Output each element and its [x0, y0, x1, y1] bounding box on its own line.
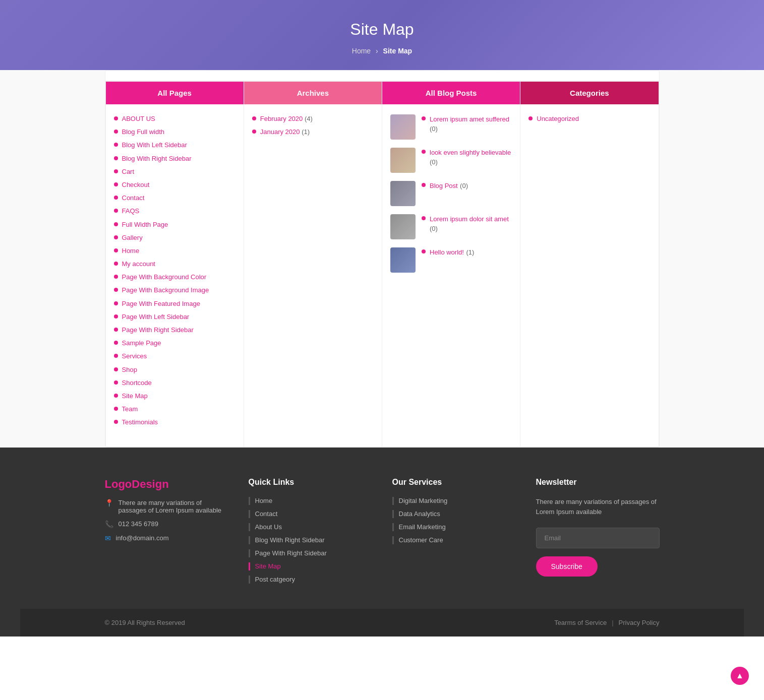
- archive-count: (1): [302, 128, 310, 136]
- footer-address: 📍 There are many variations of passages …: [105, 499, 228, 514]
- tab-item-3[interactable]: [146, 71, 166, 82]
- page-link[interactable]: Site Map: [122, 392, 148, 401]
- quick-link[interactable]: Contact: [255, 510, 278, 518]
- footer-bottom-links: Tearms of Service | Privacy Policy: [554, 619, 659, 626]
- service-link[interactable]: Data Analytics: [399, 510, 440, 518]
- footer-phone-text: 012 345 6789: [119, 520, 159, 528]
- tab-item-4[interactable]: [166, 71, 186, 82]
- footer-copyright: © 2019 All Rights Reserved: [105, 619, 185, 626]
- sitemap-grid: All Pages ABOUT US Blog Full width Blog …: [105, 82, 659, 447]
- col-header-archives: Archives: [244, 82, 382, 104]
- service-link[interactable]: Customer Care: [399, 536, 443, 544]
- subscribe-button[interactable]: Subscribe: [536, 556, 598, 577]
- location-icon: 📍: [105, 499, 113, 507]
- page-link[interactable]: Services: [122, 352, 147, 361]
- archive-link[interactable]: January 2020: [260, 128, 300, 136]
- page-link[interactable]: ABOUT US: [122, 114, 155, 123]
- page-wrapper: All Pages ABOUT US Blog Full width Blog …: [0, 70, 764, 448]
- list-item: Sample Page: [114, 339, 236, 348]
- page-link[interactable]: FAQS: [122, 207, 140, 216]
- blog-post-item: look even slightly believable (0): [382, 148, 520, 173]
- breadcrumb-home[interactable]: Home: [352, 47, 371, 55]
- newsletter-heading: Newsletter: [536, 478, 660, 487]
- list-item: Gallery: [114, 233, 236, 242]
- page-link[interactable]: Gallery: [122, 233, 143, 242]
- blog-post-link[interactable]: Lorem ipsum amet suffered: [430, 115, 509, 123]
- page-link[interactable]: Sample Page: [122, 339, 161, 348]
- list-item: My account: [114, 260, 236, 269]
- page-link[interactable]: Page With Right Sidebar: [122, 326, 194, 335]
- link-bar: [249, 536, 250, 544]
- list-bullet: [114, 222, 118, 226]
- quick-link[interactable]: Post catgeory: [255, 576, 296, 583]
- list-item: Blog With Right Sidebar: [114, 154, 236, 163]
- page-link[interactable]: Page With Background Color: [122, 273, 207, 282]
- tab-item-1[interactable]: [105, 71, 126, 82]
- archive-link[interactable]: February 2020: [260, 115, 303, 122]
- quick-link-active[interactable]: Site Map: [255, 562, 281, 570]
- list-item: Team: [114, 405, 236, 414]
- list-bullet: [114, 262, 118, 266]
- page-link[interactable]: Shortcode: [122, 378, 152, 388]
- category-link[interactable]: Uncategorized: [537, 114, 579, 123]
- list-item: Site Map: [114, 392, 236, 401]
- list-item: ABOUT US: [114, 114, 236, 123]
- list-item: Home: [114, 246, 236, 256]
- list-bullet: [114, 354, 118, 358]
- link-bar: [249, 523, 250, 531]
- blog-thumbnail: [390, 181, 416, 206]
- page-link[interactable]: Blog Full width: [122, 128, 165, 137]
- page-link[interactable]: Page With Background Image: [122, 286, 209, 295]
- privacy-link[interactable]: Privacy Policy: [619, 619, 660, 626]
- list-item: Blog Full width: [114, 128, 236, 137]
- service-link[interactable]: Digital Marketing: [399, 497, 448, 504]
- page-link[interactable]: Blog With Right Sidebar: [122, 154, 192, 163]
- quick-link[interactable]: Blog With Right Sidebar: [255, 536, 325, 544]
- list-bullet: [422, 150, 426, 154]
- tab-item-2[interactable]: [126, 71, 146, 82]
- categories-list: Uncategorized: [520, 114, 658, 123]
- terms-link[interactable]: Tearms of Service: [554, 619, 607, 626]
- footer-link-item: Blog With Right Sidebar: [249, 536, 372, 544]
- newsletter-description: There are many variations of passages of…: [536, 497, 660, 518]
- page-link[interactable]: Checkout: [122, 180, 150, 189]
- blog-post-link[interactable]: Hello world!: [430, 248, 464, 256]
- page-title: Site Map: [10, 20, 754, 39]
- list-item: Contact: [114, 194, 236, 203]
- blog-post-link[interactable]: Blog Post: [430, 182, 458, 189]
- footer-grid: LogoDesign 📍 There are many variations o…: [105, 478, 660, 609]
- page-link[interactable]: Testimonials: [122, 418, 158, 427]
- tab-item-6[interactable]: [206, 71, 226, 82]
- page-link[interactable]: Team: [122, 405, 138, 414]
- page-link[interactable]: Full Width Page: [122, 220, 168, 229]
- blog-post-item: Lorem ipsum dolor sit amet (0): [382, 214, 520, 239]
- logo-text2: Design: [132, 478, 168, 490]
- breadcrumb-current: Site Map: [383, 47, 413, 55]
- blog-post-link[interactable]: Lorem ipsum dolor sit amet: [430, 215, 509, 223]
- blog-post-link[interactable]: look even slightly believable: [430, 149, 511, 156]
- page-link[interactable]: Page With Featured Image: [122, 299, 200, 308]
- logo-text1: Logo: [105, 478, 132, 490]
- page-link[interactable]: Contact: [122, 194, 145, 203]
- page-link[interactable]: My account: [122, 260, 155, 269]
- service-link[interactable]: Email Marketing: [399, 523, 446, 531]
- page-link[interactable]: Blog With Left Sidebar: [122, 141, 187, 150]
- list-bullet: [252, 116, 256, 120]
- quick-link[interactable]: Home: [255, 497, 273, 504]
- page-link[interactable]: Page With Left Sidebar: [122, 312, 190, 322]
- list-item: Shop: [114, 365, 236, 374]
- quick-link[interactable]: Page With Right Sidebar: [255, 549, 327, 557]
- page-link[interactable]: Shop: [122, 365, 137, 374]
- footer-link-item: Digital Marketing: [392, 497, 516, 505]
- list-bullet: [114, 314, 118, 319]
- page-link[interactable]: Cart: [122, 167, 135, 176]
- link-bar: [392, 510, 394, 518]
- tab-item-5[interactable]: [186, 71, 206, 82]
- footer-link-item: Contact: [249, 510, 372, 518]
- services-heading: Our Services: [392, 478, 516, 487]
- page-link[interactable]: Home: [122, 246, 140, 256]
- col-header-all-pages: All Pages: [106, 82, 244, 104]
- blog-post-item: Blog Post (0): [382, 181, 520, 206]
- quick-link[interactable]: About Us: [255, 523, 282, 531]
- newsletter-email-input[interactable]: [536, 528, 660, 548]
